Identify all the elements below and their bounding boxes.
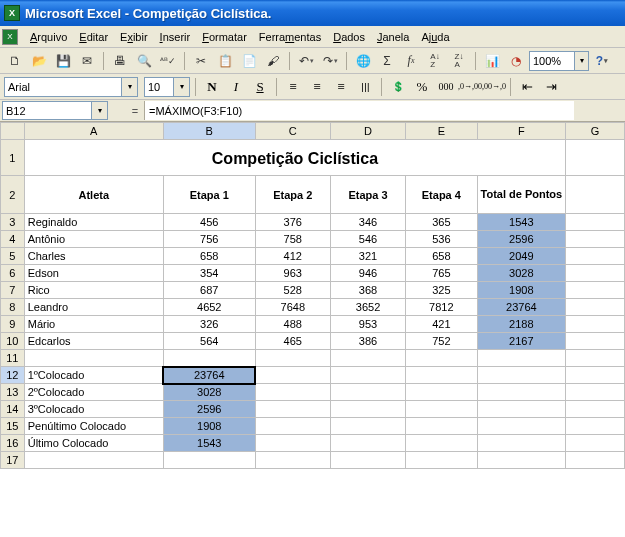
cell[interactable] bbox=[255, 418, 330, 435]
cell[interactable]: 2596 bbox=[477, 231, 566, 248]
cell[interactable] bbox=[566, 418, 625, 435]
cell[interactable] bbox=[330, 401, 405, 418]
cell[interactable] bbox=[477, 384, 566, 401]
cell[interactable]: 3028 bbox=[477, 265, 566, 282]
italic-button[interactable]: I bbox=[225, 76, 247, 98]
cell[interactable] bbox=[163, 452, 255, 469]
cell[interactable] bbox=[255, 452, 330, 469]
mail-icon[interactable]: ✉ bbox=[76, 50, 98, 72]
cell[interactable]: 1908 bbox=[163, 418, 255, 435]
thousands-icon[interactable]: 000 bbox=[435, 76, 457, 98]
cell[interactable]: 2188 bbox=[477, 316, 566, 333]
align-right-icon[interactable]: ≡ bbox=[330, 76, 352, 98]
cell[interactable] bbox=[566, 350, 625, 367]
cell[interactable]: 326 bbox=[163, 316, 255, 333]
spellcheck-icon[interactable]: ᴬᴮ✓ bbox=[157, 50, 179, 72]
cell[interactable] bbox=[566, 231, 625, 248]
menu-ferramentas[interactable]: Ferramentas bbox=[253, 29, 327, 45]
col-header-B[interactable]: B bbox=[163, 123, 255, 140]
cell[interactable] bbox=[566, 299, 625, 316]
menu-janela[interactable]: Janela bbox=[371, 29, 415, 45]
drawing-icon[interactable]: ◔ bbox=[505, 50, 527, 72]
dropdown-arrow-icon[interactable]: ▾ bbox=[575, 51, 589, 71]
cell[interactable]: 2049 bbox=[477, 248, 566, 265]
menu-dados[interactable]: Dados bbox=[327, 29, 371, 45]
increase-decimal-icon[interactable]: ,0→,00 bbox=[459, 76, 481, 98]
cell[interactable] bbox=[330, 418, 405, 435]
format-painter-icon[interactable]: 🖌 bbox=[262, 50, 284, 72]
percent-icon[interactable]: % bbox=[411, 76, 433, 98]
save-icon[interactable]: 💾 bbox=[52, 50, 74, 72]
row-header[interactable]: 7 bbox=[1, 282, 25, 299]
cell[interactable] bbox=[566, 367, 625, 384]
cell[interactable] bbox=[566, 316, 625, 333]
cell[interactable]: 756 bbox=[163, 231, 255, 248]
print-preview-icon[interactable]: 🔍 bbox=[133, 50, 155, 72]
cell[interactable]: 465 bbox=[255, 333, 330, 350]
font-input[interactable] bbox=[4, 77, 122, 97]
cut-icon[interactable]: ✂ bbox=[190, 50, 212, 72]
row-header[interactable]: 14 bbox=[1, 401, 25, 418]
cell[interactable] bbox=[566, 282, 625, 299]
cell[interactable]: 953 bbox=[330, 316, 405, 333]
cell[interactable]: Edson bbox=[24, 265, 163, 282]
cell[interactable]: 2596 bbox=[163, 401, 255, 418]
undo-icon[interactable]: ↶ bbox=[295, 50, 317, 72]
cell[interactable] bbox=[330, 452, 405, 469]
cell[interactable]: 376 bbox=[255, 214, 330, 231]
cell[interactable]: 365 bbox=[406, 214, 477, 231]
row-header[interactable]: 17 bbox=[1, 452, 25, 469]
name-box-input[interactable] bbox=[2, 101, 92, 120]
cell[interactable]: Antônio bbox=[24, 231, 163, 248]
cell[interactable]: 325 bbox=[406, 282, 477, 299]
cell[interactable]: 2167 bbox=[477, 333, 566, 350]
row-header[interactable]: 11 bbox=[1, 350, 25, 367]
col-header-D[interactable]: D bbox=[330, 123, 405, 140]
cell[interactable] bbox=[330, 435, 405, 452]
cell[interactable]: 946 bbox=[330, 265, 405, 282]
cell[interactable]: 23764 bbox=[477, 299, 566, 316]
cell[interactable]: 1908 bbox=[477, 282, 566, 299]
col-header-G[interactable]: G bbox=[566, 123, 625, 140]
col-header-F[interactable]: F bbox=[477, 123, 566, 140]
cell[interactable] bbox=[24, 350, 163, 367]
cell[interactable]: 564 bbox=[163, 333, 255, 350]
cell[interactable] bbox=[566, 452, 625, 469]
cell[interactable]: 354 bbox=[163, 265, 255, 282]
cell[interactable] bbox=[255, 367, 330, 384]
merge-center-icon[interactable]: ⫼ bbox=[354, 76, 376, 98]
cell[interactable]: 1543 bbox=[477, 214, 566, 231]
col-header-C[interactable]: C bbox=[255, 123, 330, 140]
cell[interactable] bbox=[406, 350, 477, 367]
row-header[interactable]: 10 bbox=[1, 333, 25, 350]
currency-icon[interactable]: 💲 bbox=[387, 76, 409, 98]
row-header[interactable]: 4 bbox=[1, 231, 25, 248]
cell[interactable] bbox=[566, 140, 625, 176]
cell[interactable]: 3652 bbox=[330, 299, 405, 316]
cell[interactable]: Total de Pontos bbox=[477, 176, 566, 214]
bold-button[interactable]: N bbox=[201, 76, 223, 98]
cell[interactable]: 963 bbox=[255, 265, 330, 282]
cell[interactable] bbox=[255, 435, 330, 452]
cell[interactable]: 3028 bbox=[163, 384, 255, 401]
menu-formatar[interactable]: Formatar bbox=[196, 29, 253, 45]
cell[interactable]: Penúltimo Colocado bbox=[24, 418, 163, 435]
name-box[interactable]: ▾ bbox=[2, 101, 108, 120]
row-header[interactable]: 15 bbox=[1, 418, 25, 435]
font-combo[interactable]: ▾ bbox=[4, 77, 138, 97]
cell[interactable] bbox=[477, 350, 566, 367]
col-header-E[interactable]: E bbox=[406, 123, 477, 140]
cell[interactable] bbox=[566, 384, 625, 401]
menu-arquivo[interactable]: Arquivo bbox=[24, 29, 73, 45]
menu-editar[interactable]: Editar bbox=[73, 29, 114, 45]
dropdown-arrow-icon[interactable]: ▾ bbox=[122, 77, 138, 97]
cell[interactable] bbox=[255, 384, 330, 401]
cell[interactable]: Rico bbox=[24, 282, 163, 299]
row-header[interactable]: 8 bbox=[1, 299, 25, 316]
cell[interactable]: 536 bbox=[406, 231, 477, 248]
cell[interactable]: 765 bbox=[406, 265, 477, 282]
row-header[interactable]: 2 bbox=[1, 176, 25, 214]
cell[interactable]: 658 bbox=[163, 248, 255, 265]
cell[interactable]: 687 bbox=[163, 282, 255, 299]
cell[interactable]: 546 bbox=[330, 231, 405, 248]
